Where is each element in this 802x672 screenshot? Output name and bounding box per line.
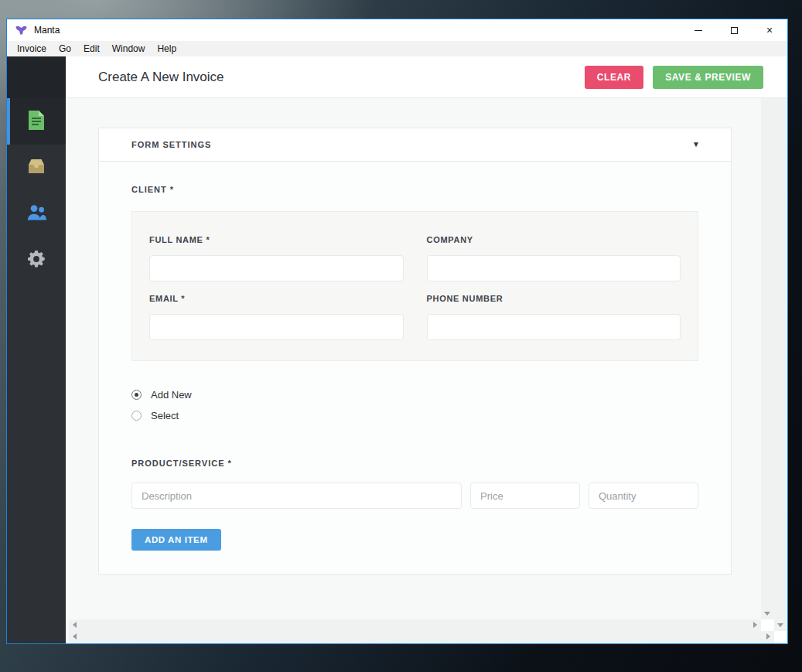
email-label: EMAIL * xyxy=(149,294,404,303)
inbox-tray-icon xyxy=(26,159,46,177)
minimize-icon xyxy=(694,30,702,31)
window-controls: × xyxy=(681,19,787,41)
full-name-field-group: FULL NAME * xyxy=(149,223,404,281)
maximize-button[interactable] xyxy=(716,19,752,41)
product-service-label: PRODUCT/SERVICE * xyxy=(131,459,698,468)
phone-number-input[interactable] xyxy=(427,314,681,340)
page-header: Create A New Invoice CLEAR SAVE & PREVIE… xyxy=(66,56,787,98)
client-field-grid: FULL NAME * COMPANY EMAIL * xyxy=(149,223,681,340)
radio-dot xyxy=(135,393,138,397)
title-bar: Manta × xyxy=(7,19,787,41)
sidebar-item-create-invoice[interactable] xyxy=(7,98,66,145)
app-body: Create A New Invoice CLEAR SAVE & PREVIE… xyxy=(7,56,787,643)
menu-go[interactable]: Go xyxy=(53,43,77,54)
scrollbar-corner xyxy=(774,631,787,643)
add-new-radio-label[interactable]: Add New xyxy=(151,389,192,401)
chevron-down-icon[interactable]: ▼ xyxy=(692,141,700,148)
scroll-right-icon[interactable] xyxy=(766,633,770,640)
invoice-form-card: FORM SETTINGS ▼ CLIENT * FULL NAME * xyxy=(98,128,732,575)
content-area: FORM SETTINGS ▼ CLIENT * FULL NAME * xyxy=(66,98,787,643)
scroll-down-icon[interactable] xyxy=(777,623,783,627)
form-body: CLIENT * FULL NAME * COMPANY xyxy=(99,185,731,574)
sidebar-item-invoices[interactable] xyxy=(7,145,66,191)
scroll-left-icon[interactable] xyxy=(73,622,77,628)
scroll-right-icon[interactable] xyxy=(753,622,757,628)
company-label: COMPANY xyxy=(427,235,681,244)
radio-selected-icon[interactable] xyxy=(131,390,142,400)
menu-window[interactable]: Window xyxy=(106,43,152,54)
header-actions: CLEAR SAVE & PREVIEW xyxy=(585,66,763,89)
contacts-people-icon xyxy=(26,205,46,223)
scroll-left-icon[interactable] xyxy=(73,633,77,640)
form-settings-header[interactable]: FORM SETTINGS ▼ xyxy=(99,128,731,162)
clear-button[interactable]: CLEAR xyxy=(585,66,643,89)
window-title: Manta xyxy=(34,25,60,36)
menu-invoice[interactable]: Invoice xyxy=(11,43,53,54)
client-mode-radio-group: Add New Select xyxy=(131,384,698,426)
description-input[interactable] xyxy=(131,483,462,509)
company-input[interactable] xyxy=(427,255,681,281)
main-area: Create A New Invoice CLEAR SAVE & PREVIE… xyxy=(66,56,787,643)
client-fields-panel: FULL NAME * COMPANY EMAIL * xyxy=(131,211,698,361)
form-settings-label: FORM SETTINGS xyxy=(131,140,211,149)
email-field-group: EMAIL * xyxy=(149,281,404,340)
menu-bar: Invoice Go Edit Window Help xyxy=(7,41,787,56)
inner-vertical-scrollbar[interactable] xyxy=(761,98,774,619)
phone-field-group: PHONE NUMBER xyxy=(427,281,681,340)
active-item-indicator xyxy=(7,98,10,145)
client-section-label: CLIENT * xyxy=(131,185,698,194)
manta-logo-icon xyxy=(15,26,27,35)
scrollbar-corner xyxy=(761,619,774,631)
full-name-input[interactable] xyxy=(149,255,404,281)
sidebar-item-settings[interactable] xyxy=(7,237,66,284)
inner-horizontal-scrollbar[interactable] xyxy=(69,619,761,631)
company-field-group: COMPANY xyxy=(427,223,681,281)
full-name-label: FULL NAME * xyxy=(149,235,404,244)
quantity-input[interactable] xyxy=(589,483,698,509)
sidebar-item-contacts[interactable] xyxy=(7,191,66,237)
manta-app-window: Manta × Invoice Go Edit Window Help xyxy=(6,19,788,644)
product-item-row xyxy=(131,483,698,509)
menu-edit[interactable]: Edit xyxy=(77,43,106,54)
minimize-button[interactable] xyxy=(681,19,716,41)
sidebar xyxy=(7,56,66,643)
close-icon: × xyxy=(766,25,773,36)
radio-unselected-icon[interactable] xyxy=(131,411,142,421)
email-input[interactable] xyxy=(149,314,404,340)
radio-option-select[interactable]: Select xyxy=(131,405,698,426)
settings-gear-icon xyxy=(27,250,46,271)
phone-number-label: PHONE NUMBER xyxy=(427,294,681,303)
close-button[interactable]: × xyxy=(752,19,787,41)
page-title: Create A New Invoice xyxy=(98,70,224,85)
add-an-item-button[interactable]: ADD AN ITEM xyxy=(131,529,221,551)
scroll-down-icon[interactable] xyxy=(764,612,770,616)
outer-horizontal-scrollbar[interactable] xyxy=(69,631,774,643)
maximize-icon xyxy=(731,27,738,34)
outer-vertical-scrollbar[interactable] xyxy=(774,98,787,631)
invoice-document-icon xyxy=(28,110,45,134)
price-input[interactable] xyxy=(470,483,580,509)
menu-help[interactable]: Help xyxy=(151,43,183,54)
select-radio-label[interactable]: Select xyxy=(151,410,179,421)
sidebar-top-spacer xyxy=(7,56,66,98)
save-preview-button[interactable]: SAVE & PREVIEW xyxy=(653,66,763,89)
radio-option-add-new[interactable]: Add New xyxy=(131,384,698,405)
